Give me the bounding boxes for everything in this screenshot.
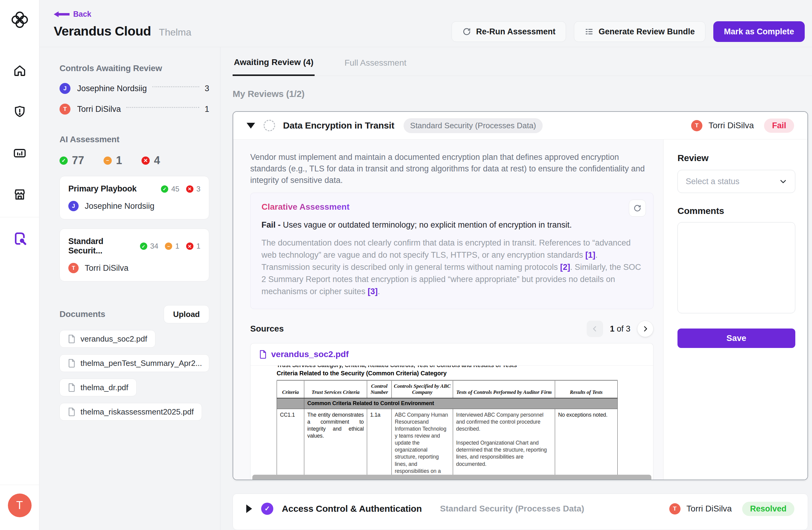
- reviewer-row-torri[interactable]: T Torri DiSilva 1: [59, 103, 209, 114]
- review-heading: Review: [678, 153, 795, 163]
- ai-assessment-heading: AI Assessment: [59, 135, 209, 144]
- reviewer-name: Josephine Nordsiig: [77, 84, 147, 93]
- rerun-assessment-button[interactable]: Re-Run Assessment: [452, 21, 566, 42]
- dotted-leader: [153, 86, 199, 87]
- comments-heading: Comments: [678, 206, 795, 216]
- citation-3[interactable]: [3]: [368, 287, 378, 296]
- my-reviews-heading: My Reviews (1/2): [233, 89, 808, 99]
- fail-x-icon: ✕: [186, 242, 193, 250]
- page-header: Back Verandus Cloud Thelma Re-Run Assess…: [40, 0, 812, 47]
- refresh-icon: [462, 27, 471, 36]
- save-button[interactable]: Save: [678, 329, 795, 348]
- playbook-title: Standard Securit...: [68, 237, 133, 255]
- page-subtitle: Thelma: [159, 27, 191, 38]
- app-window: T Back Verandus Cloud Thelma: [0, 0, 812, 530]
- rerun-clarative-button[interactable]: [629, 200, 646, 217]
- playbook-card-standard-security[interactable]: Standard Securit... ✓34 −1 ✕1 T Torri Di…: [59, 228, 209, 281]
- ai-assessment-counts: ✓77 −1 ✕4: [59, 154, 209, 167]
- generate-review-bundle-button[interactable]: Generate Review Bundle: [574, 21, 706, 42]
- user-avatar[interactable]: T: [8, 493, 32, 517]
- control-title: Access Control & Authentication: [282, 504, 422, 514]
- fail-x-icon: ✕: [142, 156, 150, 165]
- control-title: Data Encryption in Transit: [283, 120, 394, 131]
- storefront-icon[interactable]: [12, 186, 28, 203]
- shield-alert-icon[interactable]: [12, 104, 28, 120]
- source-file-link[interactable]: verandus_soc2.pdf: [250, 344, 653, 366]
- next-source-button[interactable]: [637, 321, 653, 337]
- pass-check-icon: ✓: [59, 156, 68, 165]
- documents-heading: Documents: [59, 309, 105, 319]
- status-badge-fail: Fail: [764, 118, 794, 133]
- citation-2[interactable]: [2]: [560, 263, 570, 272]
- rail-bottom-divider: [0, 485, 40, 485]
- resolved-check-icon: ✓: [261, 503, 273, 515]
- tab-awaiting-review[interactable]: Awaiting Review (4): [233, 57, 315, 76]
- playbook-owner: Torri DiSilva: [85, 264, 128, 273]
- clarative-assessment-title: Clarative Assessment: [261, 202, 349, 212]
- document-chip[interactable]: thelma_dr.pdf: [59, 379, 137, 396]
- chevron-down-icon: [779, 178, 787, 185]
- avatar: J: [68, 201, 79, 211]
- control-description: Vendor must implement and maintain a doc…: [250, 152, 653, 186]
- prev-source-button[interactable]: [587, 321, 603, 337]
- control-tag: Standard Security (Processes Data): [404, 118, 543, 133]
- pass-check-icon: ✓: [140, 242, 147, 250]
- rail-divider: [0, 217, 40, 217]
- playbook-card-primary[interactable]: Primary Playbook ✓45 ✕3 J Josephine Nord…: [59, 176, 209, 220]
- assessment-verdict: Fail - Uses vague or outdated terminolog…: [261, 220, 642, 230]
- sidebar: Controls Awaiting Review J Josephine Nor…: [40, 47, 220, 530]
- citation-1[interactable]: [1]: [585, 250, 595, 260]
- file-icon: [68, 383, 76, 392]
- avatar: T: [68, 263, 79, 273]
- assessment-review-icon[interactable]: [12, 231, 28, 247]
- ai-fail-count: 4: [154, 154, 160, 167]
- expand-caret-icon[interactable]: [246, 504, 252, 513]
- list-icon: [584, 27, 594, 36]
- source-pager: 1 of 3: [587, 321, 653, 337]
- page-title: Verandus Cloud: [54, 24, 151, 39]
- status-select[interactable]: Select a status: [678, 170, 795, 193]
- home-icon[interactable]: [12, 62, 28, 79]
- playbook-owner: Josephine Nordsiig: [85, 201, 155, 211]
- back-button[interactable]: Back: [54, 10, 91, 18]
- tab-full-assessment[interactable]: Full Assessment: [343, 57, 407, 76]
- document-chip[interactable]: verandus_soc2.pdf: [59, 330, 156, 348]
- avatar: J: [59, 83, 70, 94]
- bar-chart-icon[interactable]: [12, 145, 28, 161]
- pending-status-icon: [264, 120, 275, 131]
- pass-check-icon: ✓: [161, 185, 168, 193]
- file-icon: [68, 359, 76, 368]
- avatar: T: [691, 120, 702, 131]
- pdf-preview[interactable]: Trust Services Category, Criteria, Relat…: [250, 366, 653, 479]
- avatar: T: [669, 503, 681, 515]
- comments-input[interactable]: [678, 222, 795, 313]
- collapse-caret-icon[interactable]: [247, 123, 255, 128]
- horizontal-scrollbar[interactable]: [252, 475, 651, 479]
- table-band-row: Common Criteria Related to Control Envir…: [277, 398, 618, 409]
- brand-logo-icon: [11, 11, 29, 29]
- file-icon: [68, 334, 76, 344]
- upload-button[interactable]: Upload: [164, 305, 209, 323]
- source-preview-panel: verandus_soc2.pdf Trust Services Categor…: [250, 343, 653, 479]
- refresh-icon: [633, 204, 642, 212]
- clarative-assessment-panel: Clarative Assessment Fail - Uses vague o…: [250, 193, 653, 309]
- document-chip[interactable]: thelma_riskassessment2025.pdf: [59, 403, 202, 421]
- control-tag: Standard Security (Processes Data): [440, 504, 584, 514]
- pdf-clipped-caption: Trust Services Category, Criteria, Relat…: [277, 366, 653, 368]
- document-chip[interactable]: thelma_penTest_Summary_Apr2...: [59, 354, 209, 372]
- reviewer-row-josephine[interactable]: J Josephine Nordsiig 3: [59, 83, 209, 94]
- ai-pass-count: 77: [72, 154, 84, 167]
- mark-as-complete-button[interactable]: Mark as Complete: [713, 21, 805, 42]
- table-row: CC1.1 The entity demonstrates a commitme…: [277, 409, 618, 479]
- playbook-title: Primary Playbook: [68, 184, 154, 194]
- control-reviewer: Torri DiSilva: [708, 121, 754, 130]
- file-icon: [68, 407, 76, 416]
- avatar: T: [59, 103, 70, 114]
- fail-x-icon: ✕: [186, 185, 193, 193]
- control-reviewer: Torri DiSilva: [686, 504, 732, 514]
- main-content: Awaiting Review (4) Full Assessment My R…: [220, 47, 812, 530]
- icon-rail: T: [0, 0, 40, 530]
- tab-bar: Awaiting Review (4) Full Assessment: [233, 47, 812, 76]
- controls-awaiting-heading: Controls Awaiting Review: [59, 64, 209, 73]
- control-card-access-control[interactable]: ✓ Access Control & Authentication Standa…: [233, 493, 808, 530]
